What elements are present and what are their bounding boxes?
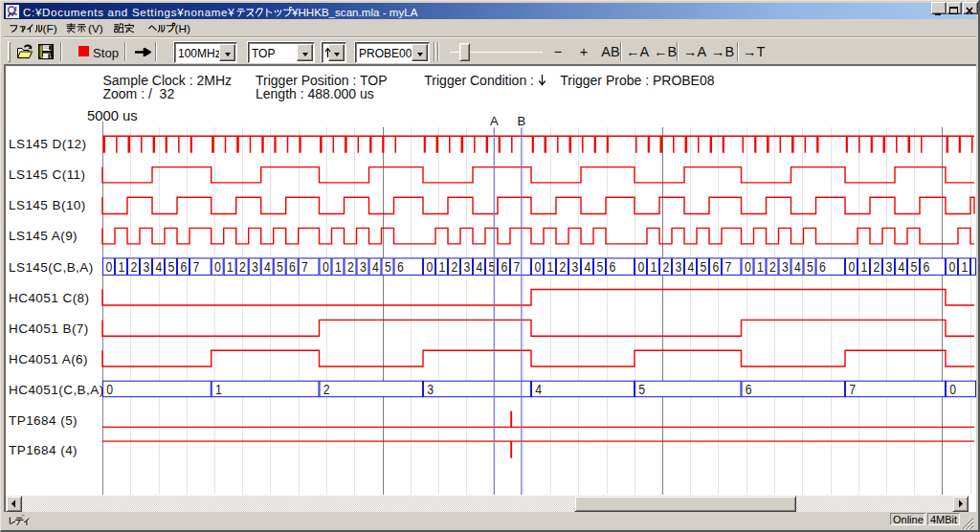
- svg-text:1: 1: [860, 258, 867, 275]
- svg-text:TP1684 (5): TP1684 (5): [9, 413, 78, 428]
- svg-text:6: 6: [819, 258, 826, 275]
- svg-text:7: 7: [192, 258, 199, 275]
- svg-text:2: 2: [769, 258, 776, 275]
- svg-text:4: 4: [794, 258, 801, 275]
- svg-text:2: 2: [323, 381, 330, 397]
- svg-text:0: 0: [949, 381, 956, 397]
- svg-text:LS145 C(11): LS145 C(11): [9, 167, 86, 182]
- svg-text:Length : 488.000 us: Length : 488.000 us: [256, 86, 374, 101]
- svg-text:0: 0: [848, 258, 855, 275]
- svg-text:7: 7: [724, 258, 731, 275]
- svg-text:6: 6: [289, 258, 296, 275]
- svg-text:1: 1: [118, 258, 124, 275]
- svg-text:2: 2: [559, 258, 566, 275]
- svg-text:0: 0: [534, 258, 541, 275]
- svg-text:0: 0: [948, 258, 955, 275]
- svg-text:5: 5: [596, 258, 603, 275]
- svg-text:7: 7: [301, 258, 308, 275]
- svg-text:4: 4: [264, 258, 271, 275]
- svg-text:0: 0: [426, 258, 433, 275]
- svg-text:1: 1: [546, 258, 553, 275]
- svg-text:7: 7: [513, 258, 520, 275]
- svg-text:TP1684 (4): TP1684 (4): [9, 443, 78, 457]
- svg-text:3: 3: [571, 258, 578, 275]
- svg-text:6: 6: [501, 258, 507, 275]
- svg-text:0: 0: [105, 258, 112, 275]
- svg-text:4: 4: [687, 258, 694, 275]
- svg-text:5: 5: [385, 258, 391, 275]
- svg-text:4: 4: [476, 258, 482, 275]
- svg-text:0: 0: [637, 258, 644, 275]
- svg-text:LS145 D(12): LS145 D(12): [9, 137, 87, 151]
- svg-text:5: 5: [167, 258, 174, 275]
- svg-text:HC4051 B(7): HC4051 B(7): [9, 321, 89, 336]
- svg-text:5: 5: [277, 258, 283, 275]
- svg-text:3: 3: [427, 381, 434, 397]
- svg-text:3: 3: [782, 258, 789, 275]
- svg-text:2: 2: [347, 258, 354, 275]
- svg-text:3: 3: [885, 258, 892, 275]
- svg-text:1: 1: [757, 258, 764, 275]
- svg-text:1: 1: [335, 258, 342, 275]
- svg-text:HC4051 A(6): HC4051 A(6): [9, 352, 88, 366]
- svg-text:3: 3: [463, 258, 470, 275]
- svg-text:1: 1: [215, 381, 222, 397]
- svg-text:0: 0: [106, 381, 113, 397]
- svg-text:2: 2: [130, 258, 137, 275]
- svg-text:2: 2: [873, 258, 880, 275]
- svg-text:4: 4: [898, 258, 904, 275]
- svg-text:0: 0: [323, 258, 329, 275]
- svg-text:(H): (H): [175, 22, 190, 35]
- svg-text:4: 4: [372, 258, 379, 275]
- svg-text:Trigger Probe : PROBE08: Trigger Probe : PROBE08: [560, 73, 715, 88]
- svg-text:Trigger Condition :: Trigger Condition :: [424, 73, 534, 88]
- svg-text:5: 5: [638, 381, 645, 397]
- svg-text:LS145 B(10): LS145 B(10): [9, 198, 86, 212]
- svg-text:LS145(C,B,A): LS145(C,B,A): [9, 260, 94, 275]
- svg-text:Zoom : / 32: Zoom : / 32: [103, 86, 175, 101]
- svg-text:0: 0: [745, 258, 751, 275]
- svg-text:6: 6: [180, 258, 187, 275]
- svg-text:(V): (V): [88, 22, 103, 35]
- svg-text:5: 5: [807, 258, 813, 275]
- svg-text:1: 1: [961, 258, 968, 275]
- svg-text:1: 1: [227, 258, 234, 275]
- svg-text:3: 3: [252, 258, 258, 275]
- svg-text:A: A: [490, 114, 499, 128]
- svg-text:6: 6: [712, 258, 719, 275]
- svg-text:2: 2: [451, 258, 457, 275]
- svg-text:3: 3: [143, 258, 149, 275]
- svg-text:B: B: [517, 114, 525, 128]
- svg-text:0: 0: [214, 258, 221, 275]
- svg-text:5: 5: [700, 258, 706, 275]
- svg-text:1: 1: [650, 258, 657, 275]
- svg-text:3: 3: [360, 258, 367, 275]
- svg-text:5000 us: 5000 us: [87, 108, 138, 123]
- svg-text:HC4051 C(8): HC4051 C(8): [9, 291, 89, 305]
- svg-text:6: 6: [923, 258, 929, 275]
- svg-text:4: 4: [584, 258, 590, 275]
- svg-text:5: 5: [910, 258, 917, 275]
- svg-text:3: 3: [675, 258, 681, 275]
- svg-text:4: 4: [535, 381, 542, 397]
- svg-text:4: 4: [155, 258, 162, 275]
- svg-text:1: 1: [438, 258, 445, 275]
- svg-text:LS145 A(9): LS145 A(9): [9, 229, 78, 243]
- svg-text:6: 6: [609, 258, 615, 275]
- svg-text:6: 6: [746, 381, 752, 397]
- svg-text:(F): (F): [43, 22, 57, 35]
- svg-text:2: 2: [662, 258, 669, 275]
- svg-text:6: 6: [397, 258, 404, 275]
- svg-text:HC4051(C,B,A): HC4051(C,B,A): [9, 383, 104, 397]
- svg-text:2: 2: [239, 258, 246, 275]
- svg-text:7: 7: [849, 381, 856, 397]
